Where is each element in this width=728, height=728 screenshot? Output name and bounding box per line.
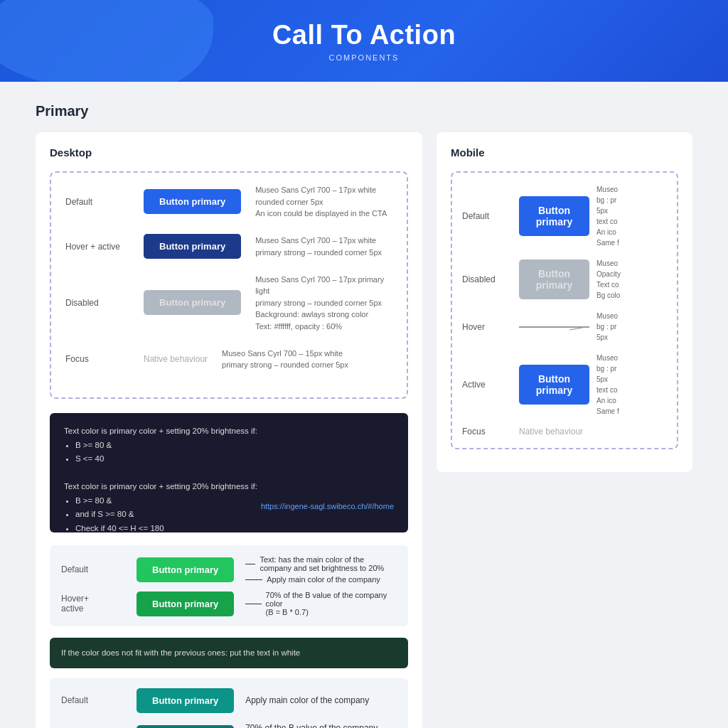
darkgreen-hover-button[interactable]: Button primary <box>136 725 234 728</box>
mobile-default-button[interactable]: Button primary <box>519 196 589 236</box>
annotation-text-2: Apply main color of the company <box>267 575 380 584</box>
page-subtitle: COMPONENTS <box>329 53 400 62</box>
mobile-button-showcase: Default Button primary Museobg : pr5pxte… <box>451 171 678 449</box>
mobile-focus-row: Focus Native behaviour <box>462 427 667 437</box>
default-desc: Museo Sans Cyrl 700 – 17px whiterounded … <box>255 184 392 220</box>
annotation-text-3: 70% of the B value of the company color(… <box>266 591 397 616</box>
mobile-default-row: Default Button primary Museobg : pr5pxte… <box>462 184 667 248</box>
annotation-arrow-1 <box>245 564 255 564</box>
hover-diagonal-line: — <box>568 319 583 336</box>
annotation-arrow-2 <box>245 579 262 580</box>
darkgreen-default-row: Default Button primary Apply main color … <box>61 688 397 713</box>
mobile-panel: Mobile Default Button primary Museobg : … <box>437 132 692 472</box>
desktop-default-row: Default Button primary Museo Sans Cyrl 7… <box>65 184 392 220</box>
info-box-1: Text color is primary color + setting 20… <box>50 413 408 532</box>
disabled-desc: Museo Sans Cyrl 700 – 17px primary light… <box>255 274 392 333</box>
darkgreen-section: Default Button primary Apply main color … <box>50 678 408 728</box>
annotation-arrow-3 <box>245 604 261 604</box>
mobile-hover-desc: Museobg : pr5px <box>596 311 667 343</box>
info-link[interactable]: https://ingene-sagl.swibeco.ch/#/home <box>261 500 394 513</box>
desktop-disabled-row: Disabled Button primary Museo Sans Cyrl … <box>65 274 392 333</box>
mobile-active-label: Active <box>462 380 512 390</box>
mobile-active-row: Active Button primary Museobg : pr5pxtex… <box>462 353 667 417</box>
annotation-line-3: 70% of the B value of the company color(… <box>245 591 397 616</box>
page-header: Call To Action COMPONENTS <box>0 0 728 82</box>
green-hover-label: Hover+active <box>61 594 125 614</box>
desktop-panel: Desktop Default Button primary Museo San… <box>36 132 422 728</box>
mobile-disabled-button: Button primary <box>519 259 589 299</box>
mobile-hover-label: Hover <box>462 322 512 332</box>
columns-layout: Desktop Default Button primary Museo San… <box>36 132 692 728</box>
info-box-2: If the color does not fit with the previ… <box>50 638 408 668</box>
desktop-disabled-button: Button primary <box>144 290 241 315</box>
green-default-label: Default <box>61 564 125 574</box>
desktop-focus-row: Focus Native behaviour Museo Sans Cyrl 7… <box>65 345 392 373</box>
annotation-line-2: Apply main color of the company <box>245 575 397 584</box>
info-text-1: Text color is primary color + setting 20… <box>64 424 394 439</box>
section-title: Primary <box>36 103 692 119</box>
mobile-panel-title: Mobile <box>451 146 678 159</box>
mobile-active-desc: Museobg : pr5pxtext coAn icoSame f <box>596 353 667 417</box>
focus-desc: Museo Sans Cyrl 700 – 15px whiteprimary … <box>222 348 392 371</box>
desktop-focus-text: Native behaviour <box>144 354 208 364</box>
darkgreen-default-label: Default <box>61 695 125 705</box>
mobile-default-label: Default <box>462 211 512 221</box>
hover-desc: Museo Sans Cyrl 700 – 17px whiteprimary … <box>255 235 392 258</box>
header-decoration <box>0 0 213 82</box>
darkgreen-hover-desc: 70% of the B value of the company color(… <box>245 723 397 728</box>
mobile-active-button[interactable]: Button primary <box>519 365 589 405</box>
green-default-row: Default Button primary Text: has the mai… <box>61 555 397 584</box>
page-title: Call To Action <box>272 20 456 50</box>
desktop-hover-button[interactable]: Button primary <box>144 234 241 259</box>
desktop-default-button[interactable]: Button primary <box>144 189 241 214</box>
default-label: Default <box>65 197 129 207</box>
disabled-label: Disabled <box>65 298 129 308</box>
annotation-line-1: Text: has the main color of the company … <box>245 555 397 572</box>
mobile-disabled-desc: MuseoOpacityText coBg colo <box>596 258 667 301</box>
mobile-hover-content: — <box>519 326 589 328</box>
desktop-panel-title: Desktop <box>50 146 408 159</box>
focus-label: Focus <box>65 354 129 364</box>
info-list-1: B >= 80 & S <= 40 <box>75 439 394 466</box>
mobile-focus-label: Focus <box>462 427 512 437</box>
mobile-default-desc: Museobg : pr5pxtext coAn icoSame f <box>596 184 667 248</box>
darkgreen-outer-section: If the color does not fit with the previ… <box>50 638 408 728</box>
green-default-button[interactable]: Button primary <box>136 557 234 582</box>
green-section: Default Button primary Text: has the mai… <box>50 545 408 626</box>
info-text-2: Text color is primary color + setting 20… <box>64 480 394 494</box>
darkgreen-default-button[interactable]: Button primary <box>136 688 234 713</box>
green-default-annotations: Text: has the main color of the company … <box>245 555 397 584</box>
darkgreen-default-desc: Apply main color of the company <box>245 695 397 705</box>
mobile-disabled-label: Disabled <box>462 274 512 284</box>
desktop-button-showcase: Default Button primary Museo Sans Cyrl 7… <box>50 171 408 399</box>
green-hover-button[interactable]: Button primary <box>136 592 234 616</box>
mobile-focus-text: Native behaviour <box>519 427 583 437</box>
green-hover-row: Hover+active Button primary 70% of the B… <box>61 591 397 616</box>
annotation-text-1: Text: has the main color of the company … <box>259 555 397 572</box>
main-content: Primary Desktop Default Button primary M… <box>0 82 728 728</box>
mobile-disabled-row: Disabled Button primary MuseoOpacityText… <box>462 258 667 301</box>
mobile-hover-row: Hover — Museobg : pr5px <box>462 311 667 343</box>
mobile-hover-indicator: — <box>519 326 589 328</box>
darkgreen-hover-row: Hover+active Button primary 70% of the B… <box>61 723 397 728</box>
desktop-hover-row: Hover + active Button primary Museo Sans… <box>65 232 392 261</box>
hover-label: Hover + active <box>65 242 129 252</box>
green-hover-annotation: 70% of the B value of the company color(… <box>245 591 397 616</box>
